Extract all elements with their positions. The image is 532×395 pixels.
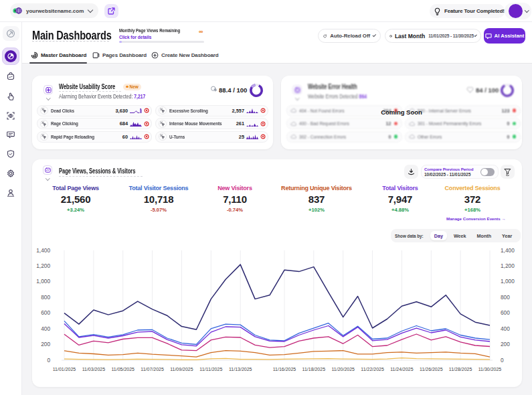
svg-text:800: 800	[41, 294, 50, 301]
svg-text:1,000: 1,000	[36, 278, 50, 285]
svg-text:11/18/2025: 11/18/2025	[302, 367, 326, 372]
svg-text:600: 600	[501, 309, 510, 316]
svg-text:11/07/2025: 11/07/2025	[141, 367, 164, 372]
svg-text:11/24/2025: 11/24/2025	[390, 367, 414, 372]
svg-text:1,200: 1,200	[501, 262, 515, 269]
svg-text:11/05/2025: 11/05/2025	[111, 367, 135, 372]
svg-text:11/09/2025: 11/09/2025	[170, 367, 193, 372]
svg-text:200: 200	[501, 341, 510, 347]
svg-text:0: 0	[47, 357, 50, 364]
svg-text:11/11/2025: 11/11/2025	[199, 367, 222, 372]
svg-text:11/03/2025: 11/03/2025	[82, 367, 106, 372]
svg-text:11/20/2025: 11/20/2025	[331, 367, 355, 372]
svg-text:1,200: 1,200	[36, 262, 50, 269]
svg-text:11/26/2025: 11/26/2025	[420, 367, 443, 372]
svg-text:800: 800	[501, 294, 510, 301]
svg-text:400: 400	[41, 325, 50, 332]
svg-text:11/30/2025: 11/30/2025	[478, 367, 502, 372]
svg-text:11/16/2025: 11/16/2025	[273, 367, 296, 372]
svg-text:1,400: 1,400	[36, 247, 50, 254]
svg-text:11/13/2025: 11/13/2025	[229, 367, 252, 372]
svg-text:1,000: 1,000	[501, 278, 515, 285]
svg-text:11/28/2025: 11/28/2025	[449, 367, 472, 372]
svg-text:0: 0	[501, 357, 504, 364]
svg-text:400: 400	[501, 325, 510, 332]
svg-text:11/01/2025: 11/01/2025	[53, 367, 76, 372]
svg-text:200: 200	[41, 341, 50, 347]
svg-text:600: 600	[41, 309, 50, 316]
svg-text:11/22/2025: 11/22/2025	[361, 367, 384, 372]
svg-text:1,400: 1,400	[501, 247, 515, 254]
